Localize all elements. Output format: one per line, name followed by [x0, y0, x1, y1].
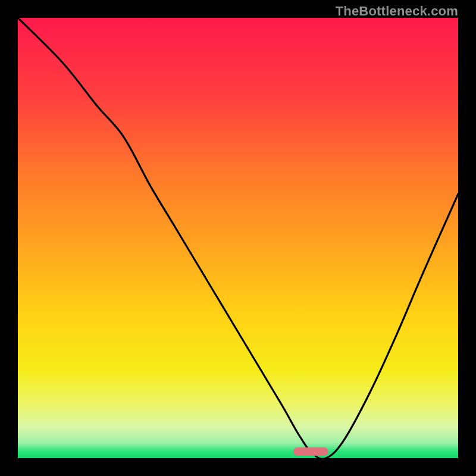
watermark-text: TheBottleneck.com: [336, 4, 458, 19]
plot-area: [18, 18, 458, 458]
bottleneck-curve: [18, 18, 458, 458]
optimum-marker: [293, 447, 328, 456]
chart-container: TheBottleneck.com: [0, 0, 476, 476]
